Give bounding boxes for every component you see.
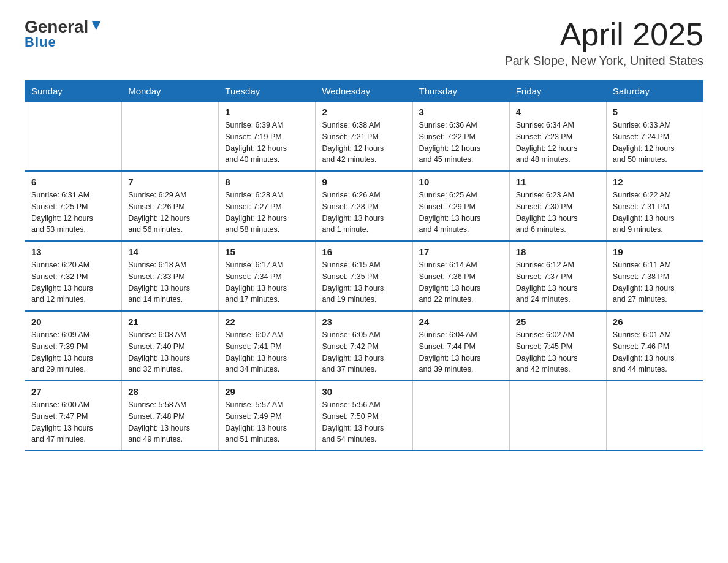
day-info: Sunrise: 6:36 AM Sunset: 7:22 PM Dayligh… — [419, 120, 503, 166]
calendar-cell: 19Sunrise: 6:11 AM Sunset: 7:38 PM Dayli… — [606, 241, 703, 311]
day-number: 4 — [516, 107, 600, 117]
calendar-cell: 16Sunrise: 6:15 AM Sunset: 7:35 PM Dayli… — [316, 241, 412, 311]
calendar-cell: 17Sunrise: 6:14 AM Sunset: 7:36 PM Dayli… — [412, 241, 509, 311]
calendar-week-row: 27Sunrise: 6:00 AM Sunset: 7:47 PM Dayli… — [25, 381, 703, 451]
day-info: Sunrise: 6:11 AM Sunset: 7:38 PM Dayligh… — [613, 259, 697, 305]
day-number: 28 — [128, 386, 212, 397]
day-number: 6 — [31, 177, 115, 187]
day-number: 9 — [322, 177, 406, 187]
calendar-cell: 10Sunrise: 6:25 AM Sunset: 7:29 PM Dayli… — [412, 171, 509, 241]
day-info: Sunrise: 6:12 AM Sunset: 7:37 PM Dayligh… — [516, 259, 600, 305]
day-info: Sunrise: 6:17 AM Sunset: 7:34 PM Dayligh… — [225, 259, 309, 305]
day-number: 27 — [31, 386, 115, 397]
calendar-cell: 15Sunrise: 6:17 AM Sunset: 7:34 PM Dayli… — [219, 241, 316, 311]
day-number: 19 — [613, 247, 697, 257]
day-info: Sunrise: 6:00 AM Sunset: 7:47 PM Dayligh… — [31, 399, 115, 445]
calendar-week-row: 1Sunrise: 6:39 AM Sunset: 7:19 PM Daylig… — [25, 102, 703, 172]
calendar-cell: 1Sunrise: 6:39 AM Sunset: 7:19 PM Daylig… — [219, 102, 316, 172]
calendar-cell — [606, 381, 703, 451]
day-info: Sunrise: 6:02 AM Sunset: 7:45 PM Dayligh… — [516, 329, 600, 375]
day-number: 23 — [322, 316, 406, 327]
title-block: April 2025 Park Slope, New York, United … — [504, 18, 703, 68]
day-info: Sunrise: 6:39 AM Sunset: 7:19 PM Dayligh… — [225, 120, 309, 166]
calendar-week-row: 13Sunrise: 6:20 AM Sunset: 7:32 PM Dayli… — [25, 241, 703, 311]
day-info: Sunrise: 6:20 AM Sunset: 7:32 PM Dayligh… — [31, 259, 115, 305]
calendar-cell: 29Sunrise: 5:57 AM Sunset: 7:49 PM Dayli… — [219, 381, 316, 451]
calendar-cell — [122, 102, 219, 172]
day-number: 11 — [516, 177, 600, 187]
calendar-cell: 13Sunrise: 6:20 AM Sunset: 7:32 PM Dayli… — [25, 241, 122, 311]
header-thursday: Thursday — [412, 81, 509, 102]
day-number: 20 — [31, 316, 115, 327]
calendar-week-row: 6Sunrise: 6:31 AM Sunset: 7:25 PM Daylig… — [25, 171, 703, 241]
day-number: 15 — [225, 247, 309, 257]
calendar-week-row: 20Sunrise: 6:09 AM Sunset: 7:39 PM Dayli… — [25, 311, 703, 381]
day-info: Sunrise: 5:57 AM Sunset: 7:49 PM Dayligh… — [225, 399, 309, 445]
day-info: Sunrise: 5:56 AM Sunset: 7:50 PM Dayligh… — [322, 399, 406, 445]
calendar-table: SundayMondayTuesdayWednesdayThursdayFrid… — [25, 80, 703, 451]
calendar-cell: 12Sunrise: 6:22 AM Sunset: 7:31 PM Dayli… — [606, 171, 703, 241]
header-saturday: Saturday — [606, 81, 703, 102]
header-friday: Friday — [509, 81, 606, 102]
day-info: Sunrise: 6:29 AM Sunset: 7:26 PM Dayligh… — [128, 190, 212, 236]
calendar-cell: 20Sunrise: 6:09 AM Sunset: 7:39 PM Dayli… — [25, 311, 122, 381]
calendar-cell: 26Sunrise: 6:01 AM Sunset: 7:46 PM Dayli… — [606, 311, 703, 381]
calendar-cell: 30Sunrise: 5:56 AM Sunset: 7:50 PM Dayli… — [316, 381, 412, 451]
day-number: 5 — [613, 107, 697, 117]
calendar-header-row: SundayMondayTuesdayWednesdayThursdayFrid… — [25, 81, 703, 102]
calendar-cell: 28Sunrise: 5:58 AM Sunset: 7:48 PM Dayli… — [122, 381, 219, 451]
logo-general: General — [25, 18, 88, 36]
calendar-cell: 3Sunrise: 6:36 AM Sunset: 7:22 PM Daylig… — [412, 102, 509, 172]
day-number: 14 — [128, 247, 212, 257]
calendar-cell: 4Sunrise: 6:34 AM Sunset: 7:23 PM Daylig… — [509, 102, 606, 172]
day-number: 8 — [225, 177, 309, 187]
calendar-cell — [412, 381, 509, 451]
day-info: Sunrise: 6:04 AM Sunset: 7:44 PM Dayligh… — [419, 329, 503, 375]
day-number: 13 — [31, 247, 115, 257]
header-tuesday: Tuesday — [219, 81, 316, 102]
day-number: 17 — [419, 247, 503, 257]
day-number: 25 — [516, 316, 600, 327]
svg-marker-0 — [92, 21, 100, 30]
calendar-cell: 25Sunrise: 6:02 AM Sunset: 7:45 PM Dayli… — [509, 311, 606, 381]
day-info: Sunrise: 6:25 AM Sunset: 7:29 PM Dayligh… — [419, 190, 503, 236]
calendar-cell: 6Sunrise: 6:31 AM Sunset: 7:25 PM Daylig… — [25, 171, 122, 241]
day-number: 24 — [419, 316, 503, 327]
day-number: 12 — [613, 177, 697, 187]
day-number: 18 — [516, 247, 600, 257]
day-info: Sunrise: 6:08 AM Sunset: 7:40 PM Dayligh… — [128, 329, 212, 375]
day-number: 3 — [419, 107, 503, 117]
day-info: Sunrise: 5:58 AM Sunset: 7:48 PM Dayligh… — [128, 399, 212, 445]
calendar-cell: 7Sunrise: 6:29 AM Sunset: 7:26 PM Daylig… — [122, 171, 219, 241]
day-info: Sunrise: 6:07 AM Sunset: 7:41 PM Dayligh… — [225, 329, 309, 375]
calendar-cell: 24Sunrise: 6:04 AM Sunset: 7:44 PM Dayli… — [412, 311, 509, 381]
day-info: Sunrise: 6:34 AM Sunset: 7:23 PM Dayligh… — [516, 120, 600, 166]
calendar-cell: 21Sunrise: 6:08 AM Sunset: 7:40 PM Dayli… — [122, 311, 219, 381]
day-info: Sunrise: 6:01 AM Sunset: 7:46 PM Dayligh… — [613, 329, 697, 375]
calendar-cell: 18Sunrise: 6:12 AM Sunset: 7:37 PM Dayli… — [509, 241, 606, 311]
calendar-cell — [509, 381, 606, 451]
day-number: 21 — [128, 316, 212, 327]
day-number: 1 — [225, 107, 309, 117]
logo: General Blue — [25, 18, 103, 50]
day-number: 29 — [225, 386, 309, 397]
header-sunday: Sunday — [25, 81, 122, 102]
day-info: Sunrise: 6:09 AM Sunset: 7:39 PM Dayligh… — [31, 329, 115, 375]
calendar-cell: 8Sunrise: 6:28 AM Sunset: 7:27 PM Daylig… — [219, 171, 316, 241]
day-info: Sunrise: 6:18 AM Sunset: 7:33 PM Dayligh… — [128, 259, 212, 305]
day-info: Sunrise: 6:14 AM Sunset: 7:36 PM Dayligh… — [419, 259, 503, 305]
calendar-cell: 9Sunrise: 6:26 AM Sunset: 7:28 PM Daylig… — [316, 171, 412, 241]
page-header: General Blue April 2025 Park Slope, New … — [25, 18, 703, 68]
calendar-cell: 11Sunrise: 6:23 AM Sunset: 7:30 PM Dayli… — [509, 171, 606, 241]
day-number: 2 — [322, 107, 406, 117]
location-subtitle: Park Slope, New York, United States — [504, 54, 703, 68]
day-info: Sunrise: 6:22 AM Sunset: 7:31 PM Dayligh… — [613, 190, 697, 236]
calendar-cell: 5Sunrise: 6:33 AM Sunset: 7:24 PM Daylig… — [606, 102, 703, 172]
day-info: Sunrise: 6:31 AM Sunset: 7:25 PM Dayligh… — [31, 190, 115, 236]
day-info: Sunrise: 6:23 AM Sunset: 7:30 PM Dayligh… — [516, 190, 600, 236]
calendar-cell: 27Sunrise: 6:00 AM Sunset: 7:47 PM Dayli… — [25, 381, 122, 451]
calendar-cell: 2Sunrise: 6:38 AM Sunset: 7:21 PM Daylig… — [316, 102, 412, 172]
day-number: 30 — [322, 386, 406, 397]
day-info: Sunrise: 6:38 AM Sunset: 7:21 PM Dayligh… — [322, 120, 406, 166]
day-info: Sunrise: 6:05 AM Sunset: 7:42 PM Dayligh… — [322, 329, 406, 375]
